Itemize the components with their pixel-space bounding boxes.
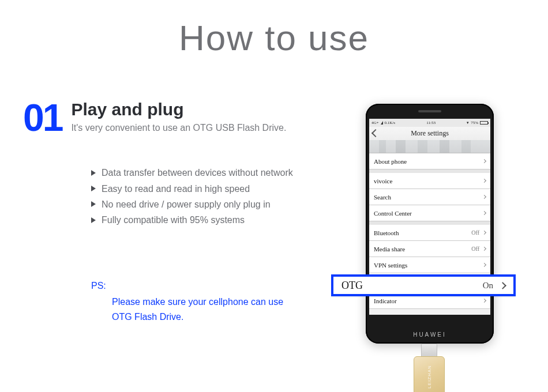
usb-brand-text: LEIZHAN [426, 365, 431, 389]
chevron-right-icon [482, 263, 486, 267]
bullet-text: Easy to read and read in high speed [102, 181, 250, 197]
ps-label: PS: [91, 281, 329, 291]
step-number: 01 [23, 101, 62, 135]
phone-mockup: 4G+ 0.1K/s 11:53 ▾ 75% More settings Abo… [366, 104, 494, 344]
battery-text: 75% [471, 120, 478, 125]
chevron-right-icon [482, 159, 486, 163]
usb-flash-drive: LEIZHAN [414, 344, 445, 392]
ps-block: PS: Please make sure your cellphone can … [23, 281, 329, 324]
settings-row-media-share[interactable]: Media share Off [369, 241, 490, 257]
chevron-right-icon [482, 211, 486, 215]
phone-earpiece [418, 110, 441, 112]
status-right: ▾ 75% [467, 120, 488, 125]
net-speed: 0.1K/s [385, 120, 395, 125]
ps-text: Please make sure your cellphone can use … [91, 295, 299, 324]
bullet-text: Fully compatible with 95% systems [102, 212, 245, 228]
step-text-block: Play and plug It's very convenient to us… [71, 101, 286, 133]
phone-brand: HUAWEI [366, 331, 494, 338]
phone-header-title: More settings [369, 129, 490, 138]
signal-icon [381, 121, 383, 125]
step-subtitle: It's very convenient to use an OTG USB F… [71, 123, 286, 133]
settings-row-search[interactable]: Search [369, 189, 490, 205]
status-time: 11:53 [426, 120, 436, 125]
triangle-icon [91, 186, 96, 191]
chevron-right-icon [482, 299, 486, 303]
otg-callout-value: On [483, 281, 493, 291]
bullet-item: Fully compatible with 95% systems [91, 212, 329, 228]
otg-callout: OTG On [331, 274, 516, 296]
triangle-icon [91, 217, 96, 223]
settings-row-vivoice[interactable]: vivoice [369, 169, 490, 189]
usb-plug [421, 344, 437, 357]
row-label: vivoice [374, 178, 392, 184]
header-cityscape-bg [369, 140, 490, 153]
row-label: VPN settings [374, 262, 407, 269]
triangle-icon [91, 170, 96, 176]
chevron-right-icon [482, 231, 486, 235]
page-title: How to use [0, 0, 548, 58]
otg-callout-label: OTG [341, 280, 363, 292]
left-column: 01 Play and plug It's very convenient to… [23, 101, 329, 324]
chevron-right-icon [482, 195, 486, 199]
bullet-text: Data transfer between devices without ne… [102, 165, 293, 180]
wifi-icon: ▾ [467, 120, 469, 125]
row-label: Media share [374, 246, 405, 252]
phone-nav-header: More settings [369, 127, 490, 153]
settings-row-bluetooth[interactable]: Bluetooth Off [369, 221, 490, 241]
triangle-icon [91, 201, 96, 207]
settings-row-control-center[interactable]: Control Center [369, 205, 490, 221]
bullet-item: Data transfer between devices without ne… [91, 165, 329, 180]
settings-row-vpn-settings[interactable]: VPN settings [369, 257, 490, 273]
chevron-right-icon [499, 282, 506, 289]
chevron-right-icon [482, 247, 486, 251]
battery-icon [480, 121, 488, 125]
status-left: 4G+ 0.1K/s [371, 120, 395, 125]
settings-row-about-phone[interactable]: About phone [369, 153, 490, 169]
step-title: Play and plug [71, 101, 286, 118]
row-value: Off [471, 246, 479, 252]
step-header: 01 Play and plug It's very convenient to… [23, 101, 329, 135]
bullet-item: No need drive / power supply only plug i… [91, 197, 329, 212]
row-label: Search [374, 194, 391, 201]
row-label: Indicator [374, 297, 397, 304]
bullet-list: Data transfer between devices without ne… [23, 165, 329, 228]
usb-body: LEIZHAN [414, 356, 445, 392]
row-label: Bluetooth [374, 229, 399, 236]
chevron-right-icon [482, 179, 486, 183]
signal-4g-text: 4G+ [371, 120, 379, 125]
phone-statusbar: 4G+ 0.1K/s 11:53 ▾ 75% [369, 119, 490, 127]
row-label: Control Center [374, 210, 412, 217]
row-label: About phone [374, 158, 407, 165]
bullet-text: No need drive / power supply only plug i… [102, 197, 271, 212]
bullet-item: Easy to read and read in high speed [91, 181, 329, 197]
row-value: Off [471, 229, 479, 236]
